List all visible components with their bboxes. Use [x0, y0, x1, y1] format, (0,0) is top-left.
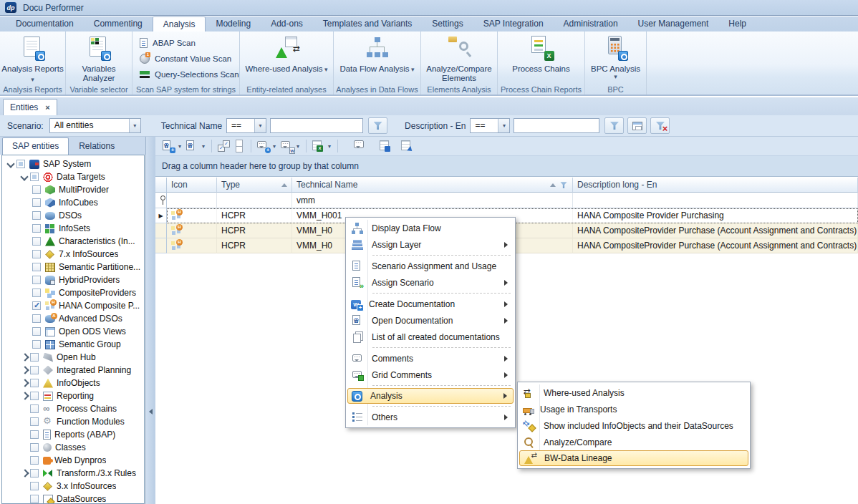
- checkbox[interactable]: [30, 173, 39, 181]
- tree-item-3x-infosources[interactable]: 3.x InfoSources: [2, 480, 144, 493]
- comment-documentation-dropdown[interactable]: [294, 139, 302, 154]
- menu-item-comments[interactable]: Comments: [347, 350, 514, 367]
- checkbox[interactable]: [16, 160, 25, 168]
- expand-icon[interactable]: [19, 352, 30, 363]
- checkbox[interactable]: [30, 495, 39, 503]
- query-selections-scan-button[interactable]: Query-Selections Scan: [140, 67, 239, 81]
- close-icon[interactable]: ×: [45, 104, 49, 112]
- menu-item-others[interactable]: Others: [347, 409, 514, 425]
- tab-relations[interactable]: Relations: [69, 137, 125, 155]
- column-header-icon[interactable]: Icon: [167, 178, 217, 193]
- tree-item-classes[interactable]: Classes: [2, 441, 144, 454]
- menu-item-assign-layer[interactable]: Assign Layer: [347, 236, 514, 253]
- submenu-item-bw-data-lineage[interactable]: BW-Data Lineage: [519, 450, 748, 466]
- checkbox[interactable]: [32, 314, 41, 323]
- checkbox[interactable]: [30, 379, 39, 387]
- checkbox[interactable]: [32, 276, 41, 284]
- panel-splitter[interactable]: [145, 137, 155, 504]
- checkbox[interactable]: [32, 301, 41, 310]
- checkbox[interactable]: [30, 430, 39, 439]
- tree-item-hybridproviders[interactable]: HybridProviders: [2, 273, 144, 286]
- technical-name-filter-button[interactable]: [368, 117, 387, 134]
- tree-item-semantic-group[interactable]: Semantic Group: [2, 338, 144, 351]
- expand-icon[interactable]: [19, 467, 30, 479]
- checkbox[interactable]: [32, 250, 41, 258]
- checkbox[interactable]: [30, 482, 39, 490]
- menu-item-display-data-flow[interactable]: Display Data Flow: [347, 220, 514, 236]
- create-documentation-dropdown[interactable]: [176, 139, 184, 154]
- filter-cell-icon[interactable]: [167, 193, 217, 208]
- tree-item-multiprovider[interactable]: MultiProvider: [2, 183, 144, 196]
- chevron-down-icon[interactable]: [129, 119, 140, 132]
- tree-item-hana-composite-providers[interactable]: HANA Composite P...: [2, 299, 144, 312]
- ribbon-tab-sap-integration[interactable]: SAP Integration: [473, 16, 554, 32]
- checkbox[interactable]: [32, 185, 41, 194]
- tree-item-characteristics[interactable]: Characteristics (In...: [2, 235, 144, 248]
- tree-item-open-ods-views[interactable]: Open ODS Views: [2, 325, 144, 338]
- tree-item-advanced-dsos[interactable]: Advanced DSOs: [2, 312, 144, 325]
- checkbox[interactable]: [30, 456, 39, 465]
- ribbon-tab-documentation[interactable]: Documentation: [6, 16, 84, 32]
- menu-item-assign-scenario[interactable]: Assign Scenario: [347, 274, 514, 291]
- filter-cell-technical-name[interactable]: vmm: [292, 193, 573, 208]
- add-comment-button[interactable]: +: [255, 139, 271, 154]
- checkbox[interactable]: [32, 289, 41, 297]
- export-excel-button[interactable]: X: [310, 139, 326, 154]
- tab-sap-entities[interactable]: SAP entities: [2, 137, 69, 155]
- tree-item-infosets[interactable]: InfoSets: [2, 222, 144, 235]
- checkbox[interactable]: [32, 211, 41, 220]
- filter-cell-description[interactable]: [573, 193, 858, 208]
- checkbox[interactable]: [30, 469, 39, 478]
- clear-filter-button[interactable]: [650, 117, 670, 134]
- tree-item-web-dynpros[interactable]: Web Dynpros: [2, 454, 144, 467]
- expand-icon[interactable]: [19, 390, 30, 402]
- tree-item-infoobjects[interactable]: InfoObjects: [2, 377, 144, 389]
- export-excel-dropdown[interactable]: [326, 139, 334, 154]
- submenu-item-show-included-infoobjects[interactable]: Show included InfoObjects and their Data…: [519, 417, 748, 434]
- submenu-item-usage-in-transports[interactable]: Usage in Transports: [519, 401, 748, 417]
- submenu-item-where-used-analysis[interactable]: Where-used Analysis: [519, 384, 748, 401]
- filter-cell-type[interactable]: [217, 193, 292, 208]
- column-filter-icon[interactable]: [560, 182, 567, 188]
- add-comment-dropdown[interactable]: [271, 139, 279, 154]
- comment-documentation-button[interactable]: W: [279, 139, 294, 154]
- checkbox[interactable]: [30, 443, 39, 452]
- tree-item-infocubes[interactable]: InfoCubes: [2, 196, 144, 209]
- tree-item-process-chains[interactable]: Process Chains: [2, 402, 144, 415]
- menu-item-analysis[interactable]: Analysis: [347, 388, 514, 404]
- ribbon-tab-analysis[interactable]: Analysis: [153, 16, 206, 32]
- ribbon-tab-user-management[interactable]: User Management: [628, 16, 719, 32]
- tree-item-7x-infosources[interactable]: 7.x InfoSources: [2, 248, 144, 261]
- tree-item-reporting[interactable]: Reporting: [2, 389, 144, 402]
- ribbon-tab-settings[interactable]: Settings: [422, 16, 473, 32]
- menu-item-grid-comments[interactable]: Grid Comments: [347, 367, 514, 383]
- ribbon-tab-modeling[interactable]: Modeling: [206, 16, 261, 32]
- comment-bubble-button[interactable]: [352, 139, 367, 154]
- scenario-combo[interactable]: All entities: [49, 118, 141, 133]
- tree-item-transformations[interactable]: Transform./3.x Rules: [2, 467, 144, 480]
- tree-item-sap-system[interactable]: SAP System: [2, 158, 144, 170]
- menu-item-list-of-all-created-documentations[interactable]: List of all created documentations: [347, 329, 514, 345]
- open-documentation-dropdown[interactable]: [200, 139, 208, 154]
- check-all-button[interactable]: [216, 139, 231, 154]
- column-header-technical-name[interactable]: Technical Name: [292, 178, 573, 193]
- ribbon-tab-add-ons[interactable]: Add-ons: [261, 16, 313, 32]
- chevron-down-icon[interactable]: [498, 119, 509, 132]
- collapse-panel-icon[interactable]: [149, 409, 153, 415]
- collapse-icon[interactable]: [19, 171, 30, 183]
- menu-item-open-documentation[interactable]: Open Documentation: [347, 312, 514, 329]
- abap-scan-button[interactable]: ABAP Scan: [140, 36, 239, 49]
- save-grid-layout-button[interactable]: [377, 139, 393, 154]
- collapse-icon[interactable]: [5, 158, 16, 170]
- checkbox[interactable]: [32, 263, 41, 271]
- checkbox[interactable]: [32, 237, 41, 246]
- technical-name-operator-combo[interactable]: ==: [226, 118, 266, 133]
- create-documentation-button[interactable]: +: [160, 139, 176, 154]
- description-filter-input[interactable]: [514, 118, 599, 133]
- tree-item-compositeproviders[interactable]: CompositeProviders: [2, 286, 144, 299]
- column-header-type[interactable]: Type: [217, 178, 292, 193]
- expand-icon[interactable]: [19, 377, 30, 389]
- ribbon-tab-administration[interactable]: Administration: [554, 16, 628, 32]
- uncheck-all-button[interactable]: [231, 139, 247, 154]
- checkbox[interactable]: [30, 404, 39, 413]
